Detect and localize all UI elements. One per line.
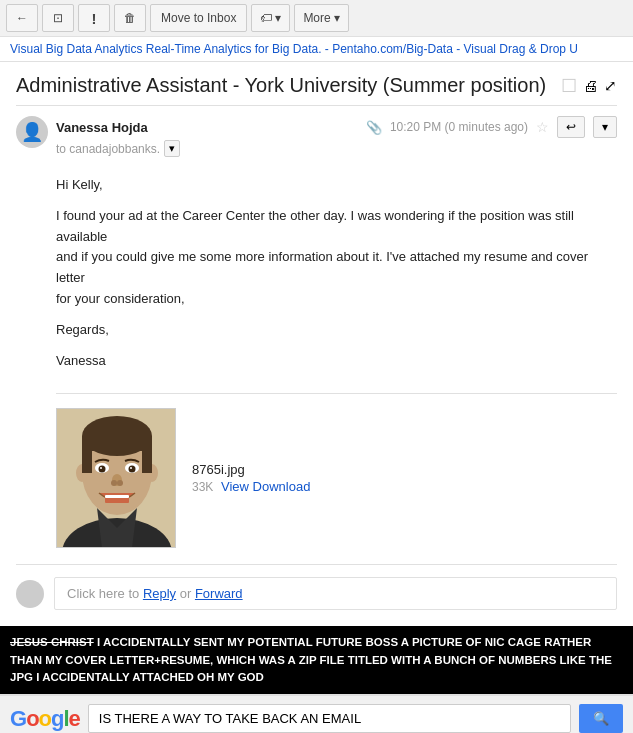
toolbar: ← ⊡ ! 🗑 Move to Inbox 🏷 ▾ More ▾ [0, 0, 633, 37]
email-subject: Administrative Assistant - York Universi… [16, 74, 553, 97]
google-search-input[interactable] [88, 704, 571, 733]
logo-o1: o [26, 706, 38, 731]
svg-point-13 [130, 467, 132, 469]
trash-button[interactable]: 🗑 [114, 4, 146, 32]
back-icon: ← [16, 11, 28, 25]
forward-link[interactable]: Forward [195, 586, 243, 601]
email-header: 👤 Vanessa Hojda 📎 10:20 PM (0 minutes ag… [16, 105, 617, 163]
subject-bar: Administrative Assistant - York Universi… [16, 62, 617, 105]
more-arrow: ▾ [334, 11, 340, 25]
google-search-button[interactable]: 🔍 [579, 704, 623, 733]
archive-icon: ⊡ [53, 11, 63, 25]
meme-bar: JESUS CHRIST I ACCIDENTALLY SENT MY POTE… [0, 626, 633, 694]
reply-avatar [16, 580, 44, 608]
email-container: Administrative Assistant - York Universi… [0, 62, 633, 626]
trash-icon: 🗑 [124, 11, 136, 25]
logo-e: e [69, 706, 80, 731]
google-search-bar: Google 🔍 [0, 694, 633, 733]
archive-button[interactable]: ⊡ [42, 4, 74, 32]
body-regards: Regards, [56, 320, 617, 341]
attachment-size: 33K [192, 480, 213, 494]
reply-bar: Click here to Reply or Forward [16, 564, 617, 610]
to-dropdown-button[interactable]: ▾ [164, 140, 180, 157]
logo-o2: o [39, 706, 51, 731]
view-link[interactable]: View [221, 479, 249, 494]
labels-dropdown[interactable]: 🏷 ▾ [251, 4, 290, 32]
clip-icon: 📎 [366, 120, 382, 135]
back-button[interactable]: ← [6, 4, 38, 32]
attachment-filename: 8765i.jpg [192, 462, 310, 477]
svg-rect-21 [82, 443, 92, 473]
time-row: 📎 10:20 PM (0 minutes ago) ☆ ↩ ▾ [366, 116, 617, 138]
attachment-meta: 33K View Download [192, 479, 310, 494]
email-meta: Vanessa Hojda 📎 10:20 PM (0 minutes ago)… [56, 116, 617, 157]
svg-point-12 [100, 467, 102, 469]
svg-point-11 [129, 466, 136, 473]
checkbox-icon[interactable]: ☐ [561, 75, 577, 97]
attachment-thumbnail [56, 408, 176, 548]
svg-point-16 [117, 480, 123, 486]
more-dropdown[interactable]: More ▾ [294, 4, 348, 32]
print-icon[interactable]: 🖨 [583, 77, 598, 94]
spam-button[interactable]: ! [78, 4, 110, 32]
subject-icons: ☐ 🖨 ⤢ [561, 75, 617, 97]
body-paragraph: I found your ad at the Career Center the… [56, 206, 617, 310]
to-line: to canadajobbanks. ▾ [56, 140, 617, 157]
email-time: 10:20 PM (0 minutes ago) [390, 120, 528, 134]
search-icon: 🔍 [593, 711, 609, 726]
logo-g2: g [51, 706, 63, 731]
attachment-section: 8765i.jpg 33K View Download [56, 393, 617, 548]
attachment-info: 8765i.jpg 33K View Download [192, 462, 310, 494]
star-icon[interactable]: ☆ [536, 119, 549, 135]
meme-body: I ACCIDENTALLY SENT MY POTENTIAL FUTURE … [10, 636, 612, 683]
svg-rect-7 [82, 436, 152, 451]
reply-icon: ↩ [566, 120, 576, 134]
avatar-icon: 👤 [21, 121, 43, 143]
more-label: More [303, 11, 330, 25]
reply-placeholder: Click here to [67, 586, 143, 601]
ad-banner: Visual Big Data Analytics Real-Time Anal… [0, 37, 633, 62]
svg-point-15 [111, 480, 117, 486]
body-greeting: Hi Kelly, [56, 175, 617, 196]
email-body: Hi Kelly, I found your ad at the Career … [16, 163, 617, 393]
reply-box[interactable]: Click here to Reply or Forward [54, 577, 617, 610]
svg-rect-22 [142, 443, 152, 473]
or-text: or [176, 586, 195, 601]
to-address: to canadajobbanks. [56, 142, 160, 156]
sender-name: Vanessa Hojda [56, 120, 148, 135]
more-actions-icon: ▾ [602, 120, 608, 134]
google-logo: Google [10, 706, 80, 732]
move-inbox-button[interactable]: Move to Inbox [150, 4, 247, 32]
labels-arrow: ▾ [275, 11, 281, 25]
meme-strikethrough: JESUS CHRIST [10, 636, 94, 648]
reply-button[interactable]: ↩ [557, 116, 585, 138]
logo-g: G [10, 706, 26, 731]
download-link[interactable]: Download [253, 479, 311, 494]
expand-icon[interactable]: ⤢ [604, 77, 617, 95]
more-actions-button[interactable]: ▾ [593, 116, 617, 138]
tag-icon: 🏷 [260, 11, 272, 25]
avatar: 👤 [16, 116, 48, 148]
reply-link[interactable]: Reply [143, 586, 176, 601]
spam-icon: ! [92, 10, 97, 27]
svg-rect-18 [105, 495, 129, 498]
body-signature: Vanessa [56, 351, 617, 372]
svg-point-10 [99, 466, 106, 473]
move-inbox-label: Move to Inbox [161, 11, 236, 25]
ad-link[interactable]: Visual Big Data Analytics Real-Time Anal… [10, 42, 578, 56]
attachment-image [57, 408, 175, 548]
